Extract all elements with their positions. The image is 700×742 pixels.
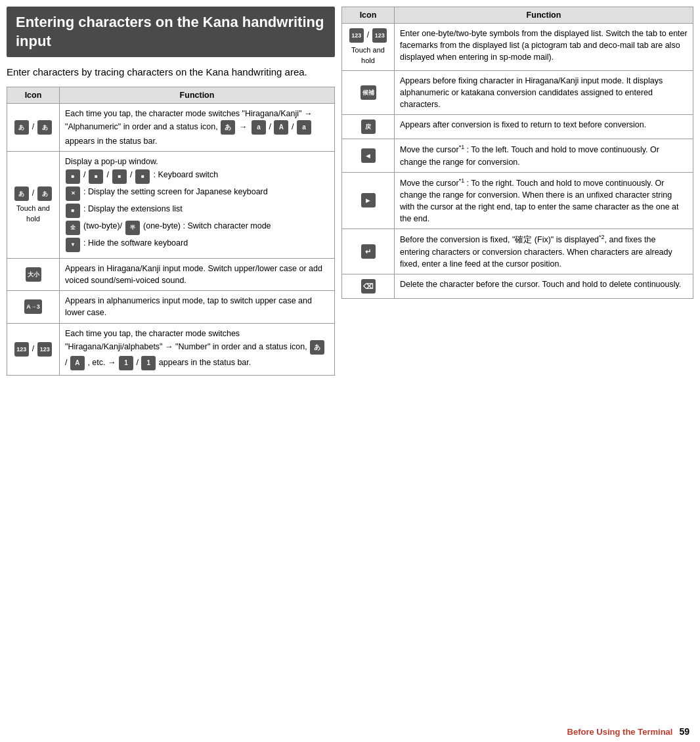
footnote1: *1	[459, 144, 465, 150]
sub-item: ■ : Display the extensions list	[65, 203, 329, 219]
status-kana: あ	[310, 340, 324, 355]
cursor-right-icon: ►	[361, 193, 376, 207]
kana-icon: あ	[14, 120, 29, 135]
function-cell: Appears in alphanumerics input mode, tap…	[60, 291, 335, 323]
one-byte-icon: 半	[125, 221, 140, 235]
table-row: ◄ Move the cursor*1 : To the left. Touch…	[342, 139, 693, 172]
kana-icon2-alt: あ	[37, 186, 52, 201]
cursor-left-icon: ◄	[361, 148, 376, 163]
footer-section: Before Using the Terminal	[567, 727, 673, 737]
function-cell: Appears before fixing character in Hirag…	[395, 70, 693, 114]
icon-cell: ◄	[342, 139, 395, 172]
icon-row: 戻	[347, 119, 389, 135]
table-row: ⌫ Delete the character before the cursor…	[342, 274, 693, 298]
function-cell: Move the cursor*1 : To the right. Touch …	[395, 172, 693, 229]
table-row: 123 / 123 Each time you tap, the charact…	[7, 323, 335, 375]
status-icon-a: あ	[221, 120, 235, 135]
icon-row: 大小	[12, 267, 54, 282]
kb-icon3: ■	[112, 169, 127, 184]
num-icon2: 123	[37, 342, 52, 357]
status-alpha: A	[70, 356, 85, 370]
table-row: 123 / 123 Touch andhold Enter one-byte/t…	[342, 24, 693, 71]
status-icon-b: a	[252, 120, 266, 135]
function-cell: Move the cursor*1 : To the left. Touch a…	[395, 139, 693, 172]
page-footer: Before Using the Terminal 59	[0, 721, 700, 742]
left-table: Icon Function あ / あ Each time you ta	[7, 87, 335, 376]
icon-row: 候補	[347, 85, 389, 100]
case-icon: 大小	[26, 267, 41, 282]
page-title: Entering characters on the Kana handwrit…	[16, 13, 326, 51]
setting-icon: ✕	[66, 186, 80, 201]
left-table-icon-header: Icon	[7, 87, 60, 103]
hide-kb-icon: ▼	[66, 238, 80, 252]
conv-cand-icon: 候補	[361, 85, 376, 100]
status-num2: 1	[141, 356, 156, 370]
function-cell: Before the conversion is fixed, "確定 (Fix…	[395, 229, 693, 274]
two-byte-icon: 全	[66, 221, 80, 235]
kb-icon2: ■	[89, 169, 103, 184]
kana-icon-alt: あ	[37, 120, 52, 135]
function-cell: Appears after conversion is fixed to ret…	[395, 115, 693, 139]
table-row: 大小 Appears in Hiragana/Kanji input mode.…	[7, 259, 335, 291]
function-cell: Delete the character before the cursor. …	[395, 274, 693, 298]
table-row: A→3 Appears in alphanumerics input mode,…	[7, 291, 335, 323]
icon-cell: 123 / 123	[7, 323, 60, 375]
right-table: Icon Function 123 / 123 Touch andhold	[341, 7, 693, 299]
function-cell: Display a pop-up window. ■ / ■ / ■ / ■ :…	[60, 151, 335, 258]
icon-cell: あ / あ	[7, 103, 60, 151]
right-table-icon-header: Icon	[342, 7, 395, 24]
icon-row: ⌫	[347, 278, 389, 294]
icon-row: 123 / 123	[347, 28, 389, 43]
left-table-function-header: Function	[60, 87, 335, 103]
table-row: 候補 Appears before fixing character in Hi…	[342, 70, 693, 114]
function-cell: Each time you tap, the character mode sw…	[60, 103, 335, 151]
icon-cell: ↵	[342, 229, 395, 274]
kb-icon4: ■	[135, 169, 150, 184]
icon-row: 123 / 123	[12, 341, 54, 357]
sym-icon2: 123	[372, 28, 387, 43]
function-cell: Each time you tap, the character mode sw…	[60, 323, 335, 375]
icon-row: A→3	[12, 299, 54, 315]
icon-cell: ►	[342, 172, 395, 229]
table-row: あ / あ Each time you tap, the character m…	[7, 103, 335, 151]
right-table-function-header: Function	[395, 7, 693, 24]
function-cell: Enter one-byte/two-byte symbols from the…	[395, 24, 693, 71]
footer-page: 59	[679, 726, 689, 737]
status-icon-d: a	[297, 120, 311, 135]
touch-hold-label: Touch andhold	[12, 204, 54, 225]
touch-hold-label2: Touch andhold	[347, 45, 389, 66]
footnote2: *2	[599, 234, 605, 240]
footnote1b: *1	[459, 177, 465, 184]
table-row: あ / あ Touch andhold Display a pop-up win…	[7, 151, 335, 258]
sub-item: ▼ : Hide the software keyboard	[65, 237, 329, 253]
icon-row: ↵	[347, 244, 389, 259]
sub-item: 全 (two-byte)/ 半 (one-byte) : Switch char…	[65, 220, 329, 236]
icon-row: ◄	[347, 148, 389, 164]
status-icon-c: A	[274, 120, 288, 135]
right-column: Icon Function 123 / 123 Touch andhold	[341, 7, 693, 714]
icon-cell: 大小	[7, 259, 60, 291]
subtitle: Enter characters by tracing characters o…	[7, 65, 335, 80]
alpha-icon: A→3	[24, 299, 42, 314]
ext-icon: ■	[66, 204, 80, 218]
delete-icon: ⌫	[361, 279, 376, 294]
icon-cell: A→3	[7, 291, 60, 323]
left-column: Entering characters on the Kana handwrit…	[7, 7, 335, 714]
sub-item: ■ / ■ / ■ / ■ : Keyboard switch	[65, 169, 329, 185]
icon-cell: 候補	[342, 70, 395, 114]
icon-cell: 123 / 123 Touch andhold	[342, 24, 395, 71]
sym-icon1: 123	[349, 28, 364, 43]
icon-row: ►	[347, 192, 389, 208]
enter-icon: ↵	[361, 244, 376, 259]
icon-row: あ / あ	[12, 186, 54, 202]
icon-cell: ⌫	[342, 274, 395, 298]
table-row: 戻 Appears after conversion is fixed to r…	[342, 115, 693, 139]
num-icon1: 123	[14, 342, 29, 357]
table-row: ↵ Before the conversion is fixed, "確定 (F…	[342, 229, 693, 274]
icon-cell: あ / あ Touch andhold	[7, 151, 60, 258]
icon-cell: 戻	[342, 115, 395, 139]
kana-icon2: あ	[14, 186, 29, 201]
kb-icon1: ■	[66, 169, 80, 184]
sub-item: ✕ : Display the setting screen for Japan…	[65, 186, 329, 202]
table-row: ► Move the cursor*1 : To the right. Touc…	[342, 172, 693, 229]
